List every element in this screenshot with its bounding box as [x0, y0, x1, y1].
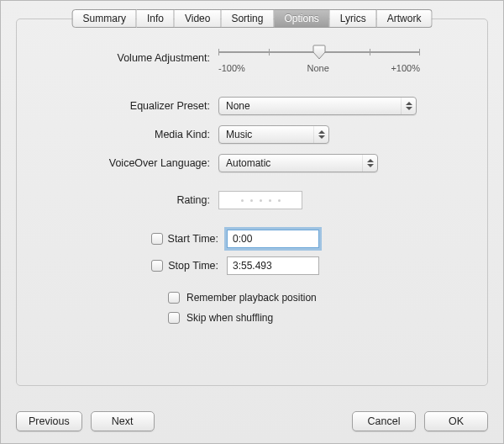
next-button[interactable]: Next	[91, 411, 155, 431]
slider-min-label: -100%	[218, 63, 245, 73]
stop-time-checkbox[interactable]	[151, 260, 163, 272]
rating-field[interactable]	[218, 191, 302, 209]
equalizer-popup[interactable]: None	[218, 97, 417, 115]
updown-icon	[362, 155, 377, 172]
updown-icon	[313, 126, 328, 143]
rating-label: Rating:	[34, 194, 218, 206]
remember-label: Remember playback position	[186, 292, 317, 304]
start-time-label: Start Time:	[168, 233, 218, 245]
stop-time-label: Stop Time:	[168, 260, 218, 272]
start-time-input[interactable]	[227, 230, 319, 248]
tab-video[interactable]: Video	[175, 9, 221, 28]
tab-artwork[interactable]: Artwork	[377, 9, 433, 28]
voiceover-label: VoiceOver Language:	[34, 157, 218, 169]
options-content: Volume Adjustment:	[34, 43, 470, 368]
media-kind-value: Music	[226, 129, 252, 140]
skip-label: Skip when shuffling	[186, 312, 273, 324]
tab-sorting[interactable]: Sorting	[221, 9, 274, 28]
equalizer-label: Equalizer Preset:	[34, 100, 218, 112]
tab-lyrics[interactable]: Lyrics	[330, 9, 377, 28]
voiceover-value: Automatic	[226, 157, 270, 169]
options-group: Volume Adjustment:	[16, 18, 488, 386]
slider-max-label: +100%	[391, 63, 420, 73]
previous-button[interactable]: Previous	[16, 411, 82, 431]
equalizer-value: None	[226, 100, 250, 112]
media-kind-popup[interactable]: Music	[218, 125, 329, 144]
media-kind-label: Media Kind:	[34, 129, 218, 140]
tab-summary[interactable]: Summary	[72, 9, 137, 28]
slider-mid-label: None	[307, 63, 328, 73]
tab-options[interactable]: Options	[274, 9, 329, 28]
tab-bar: Summary Info Video Sorting Options Lyric…	[72, 9, 433, 28]
volume-label: Volume Adjustment:	[34, 52, 218, 64]
volume-slider[interactable]: -100% None +100%	[218, 43, 420, 73]
ok-button[interactable]: OK	[424, 411, 488, 431]
stop-time-input[interactable]	[227, 256, 319, 275]
footer: Previous Next Cancel OK	[16, 411, 488, 431]
voiceover-popup[interactable]: Automatic	[218, 154, 378, 172]
tab-info[interactable]: Info	[137, 9, 175, 28]
cancel-button[interactable]: Cancel	[352, 411, 416, 431]
options-dialog: Summary Info Video Sorting Options Lyric…	[0, 0, 504, 444]
remember-checkbox[interactable]	[168, 292, 180, 304]
updown-icon	[401, 98, 416, 114]
skip-checkbox[interactable]	[168, 312, 180, 324]
start-time-checkbox[interactable]	[151, 233, 163, 245]
